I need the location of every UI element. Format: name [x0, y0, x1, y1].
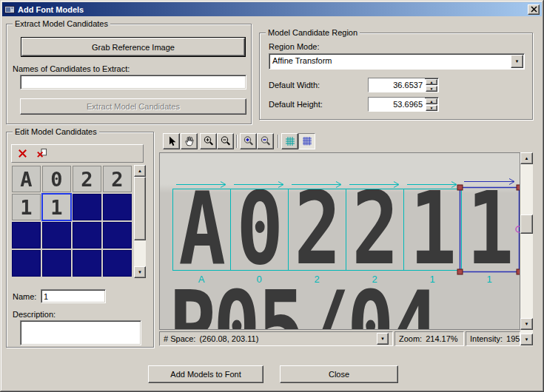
pan-hand-icon [184, 135, 195, 147]
image-canvas[interactable]: A 0 2 2 1 1 P05/04 A 0 2 2 1 1 [159, 152, 520, 330]
delete-icon [17, 148, 28, 159]
delete-candidate-button[interactable] [14, 146, 30, 161]
default-height-label: Default Height: [269, 100, 323, 109]
default-height-spinner[interactable]: ▲ ▼ [368, 97, 439, 112]
thumb-char: 2 [111, 169, 123, 189]
printed-char: 1 [467, 179, 513, 279]
delete-all-candidates-button[interactable] [33, 146, 50, 161]
close-button[interactable] [528, 4, 540, 15]
candidate-toolbar [11, 144, 144, 163]
zoom-in-button[interactable] [200, 133, 217, 149]
thumb-cell-selected[interactable]: 1 [42, 194, 71, 220]
region-mode-select[interactable]: Affine Transform ▼ [269, 53, 525, 70]
zoom-out-icon [220, 135, 232, 147]
intensity-label: Intensity: [470, 334, 503, 343]
scroll-up-button[interactable]: ▲ [134, 165, 146, 177]
thumb-cell-empty [12, 222, 41, 249]
extract-group-title: Extract Model Candidates [13, 19, 110, 29]
printed-second-row: P05/04 [169, 278, 437, 330]
region-group-title: Model Candidate Region [266, 28, 360, 38]
model-candidate-region-group: Model Candidate Region Region Mode: Affi… [259, 33, 533, 120]
edit-model-candidates-group: Edit Model Candidates A 0 2 2 1 1 [6, 132, 154, 348]
printed-char: 0 [237, 179, 282, 279]
scroll-down-button[interactable]: ▼ [520, 318, 533, 330]
extract-model-candidates-group: Extract Model Candidates Grab Reference … [6, 24, 252, 124]
add-models-to-font-button[interactable]: Add Models to Font [148, 365, 263, 383]
select-arrow-icon [166, 135, 178, 147]
zoom-value: 214.17% [426, 334, 457, 343]
spin-up-icon[interactable]: ▲ [426, 98, 437, 104]
candidate-label: 2 [288, 274, 346, 285]
thumb-cell-empty [42, 250, 71, 277]
candidate-description-input[interactable] [20, 320, 141, 345]
candidate-names-input[interactable] [20, 75, 246, 89]
toolbar-separator [278, 135, 279, 148]
close-dialog-button[interactable]: Close [280, 365, 398, 383]
space-value: (260.08, 203.11) [199, 334, 258, 343]
candidate-label: 1 [460, 274, 519, 285]
default-width-label: Default Width: [269, 81, 320, 89]
spin-down-icon[interactable]: ▼ [426, 86, 437, 92]
thumb-cell-empty [103, 194, 132, 220]
candidate-names-label: Names of Candidates to Extract: [13, 64, 130, 73]
extract-model-candidates-button[interactable]: Extract Model Candidates [20, 98, 246, 115]
zoom-out-region-button[interactable] [257, 133, 274, 149]
thumb-cell[interactable]: A [12, 166, 41, 192]
scroll-down-button[interactable]: ▼ [134, 266, 146, 278]
printed-char: A [179, 179, 224, 279]
spin-up-icon[interactable]: ▲ [426, 79, 437, 85]
thumb-char: 1 [50, 197, 62, 217]
viewer-statusbar: # Space: (260.08, 203.11) ▼ Zoom: 214.17… [159, 331, 520, 346]
thumb-char: 0 [50, 169, 62, 189]
thumb-cell[interactable]: 2 [103, 166, 132, 192]
thumb-cell[interactable]: 0 [42, 166, 71, 192]
default-width-input[interactable] [369, 78, 425, 92]
grid-toggle-button[interactable] [281, 133, 298, 149]
fine-grid-toggle-button[interactable] [298, 133, 315, 149]
thumb-cell-empty [42, 222, 71, 249]
grab-reference-image-button[interactable]: Grab Reference Image [21, 38, 245, 56]
status-space-panel: # Space: (260.08, 203.11) ▼ [159, 331, 393, 346]
viewer-vscrollbar[interactable]: ▲ ▼ ▼ [520, 152, 533, 346]
intensity-value: 195 [506, 334, 520, 343]
thumb-cell[interactable]: 2 [73, 166, 101, 192]
scroll-down-button[interactable]: ▼ [520, 334, 533, 345]
zoom-label: Zoom: [399, 334, 422, 343]
zoom-out-button[interactable] [217, 133, 234, 149]
thumb-cell-empty [73, 222, 101, 249]
space-dropdown-button[interactable]: ▼ [377, 333, 389, 345]
default-width-spinner[interactable]: ▲ ▼ [368, 78, 439, 92]
scrollbar-thumb[interactable] [134, 177, 146, 240]
fine-grid-icon [301, 135, 313, 147]
chevron-down-icon[interactable]: ▼ [511, 55, 523, 68]
default-height-input[interactable] [369, 98, 425, 111]
zoom-in-region-icon [243, 135, 255, 147]
thumb-cell-empty [103, 222, 132, 249]
select-tool-button[interactable] [163, 133, 180, 149]
zoom-out-region-icon [260, 135, 272, 147]
scroll-up-button[interactable]: ▲ [520, 152, 533, 164]
status-zoom-panel: Zoom: 214.17% [394, 331, 464, 346]
scrollbar-thumb[interactable] [520, 214, 533, 234]
add-font-models-dialog: Add Font Models Extract Model Candidates… [0, 0, 544, 392]
thumb-char: 2 [81, 169, 93, 189]
spin-down-icon[interactable]: ▼ [426, 105, 437, 111]
thumb-cell-empty [73, 250, 101, 277]
viewer-toolbar [159, 132, 522, 152]
resize-handle[interactable] [457, 185, 463, 190]
candidate-name-label: Name: [13, 292, 36, 301]
printed-char: 1 [410, 179, 455, 279]
zoom-in-icon [203, 135, 215, 147]
thumb-cell[interactable]: 1 [12, 194, 41, 220]
zoom-in-region-button[interactable] [240, 133, 257, 149]
candidate-grid: A 0 2 2 1 1 [11, 165, 133, 278]
candidate-name-input[interactable] [41, 289, 106, 303]
titlebar: Add Font Models [2, 2, 542, 16]
candidate-grid-scrollbar[interactable]: ▲ ▼ [134, 165, 146, 278]
edit-group-title: Edit Model Candidates [13, 127, 99, 137]
pan-tool-button[interactable] [181, 133, 198, 149]
candidate-label: A [172, 274, 230, 285]
candidate-label: 0 [230, 274, 288, 285]
grid-icon [284, 135, 296, 147]
candidate-description-label: Description: [13, 310, 56, 319]
